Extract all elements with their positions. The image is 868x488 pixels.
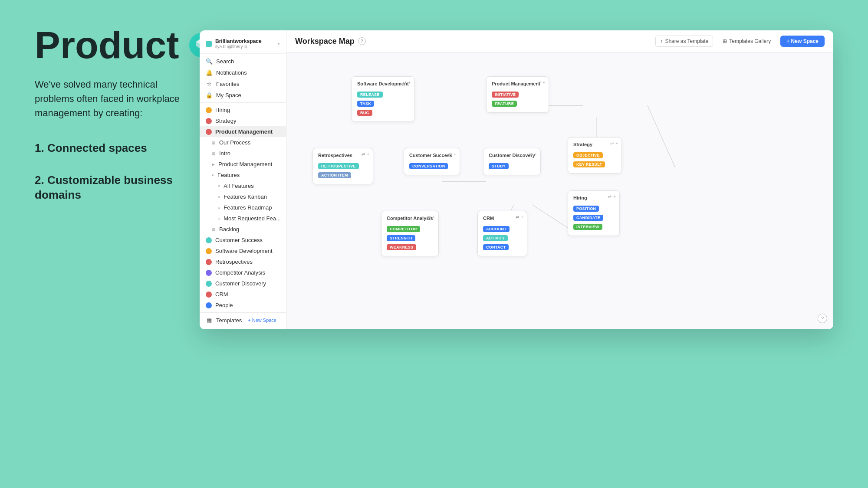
workspace-brand[interactable]: Brilliantworkspace ilya.bu@fibery.io ▾ [200,34,286,54]
bell-icon: 🔔 [206,69,213,76]
settings-icon-hiring[interactable]: ⇄ [608,194,612,199]
sd-title: Software Development [357,81,409,86]
add-icon-retro[interactable]: + [367,152,369,157]
space-card-competitor-analysis[interactable]: ⇄ + Competitor Analysis COMPETITOR STREN… [381,211,439,256]
space-card-controls-pm: ⇄ + [537,80,545,85]
sidebar-item-strategy[interactable]: Strategy [200,115,286,126]
add-icon-cd[interactable]: + [534,152,537,157]
space-card-strategy[interactable]: ⇄ + Strategy OBJECTIVE KEY RESULT [568,137,622,174]
intro-label: Intro [219,150,230,157]
hiring-label: Hiring [215,107,230,113]
star-icon: ☆ [206,80,213,87]
sidebar-crm[interactable]: CRM [200,289,286,300]
sidebar-item-hiring[interactable]: Hiring [200,105,286,115]
page-container: Product We've solved many technical prob… [0,0,868,488]
initiatives-label: Product Management [218,161,272,167]
svg-line-2 [648,105,675,168]
space-card-retro[interactable]: ⇄ + Retrospectives RETROSPECTIVE ACTION … [312,148,373,184]
share-label: Share as Template [665,38,708,44]
main-content: Workspace Map ? ↑ Share as Template ⊞ Te… [286,30,833,329]
sidebar-our-process[interactable]: ▦ Our Process [200,137,286,148]
retro-title: Retrospectives [318,153,368,158]
sidebar-competitor-analysis[interactable]: Competitor Analysis [200,267,286,278]
sidebar-backlog[interactable]: ▦ Backlog [200,224,286,235]
settings-icon-sd[interactable]: ⇄ [403,80,406,85]
customer-discovery-label: Customer Discovery [215,280,266,287]
study-badge: STUDY [489,163,509,169]
page-title-row: Workspace Map ? [295,37,366,46]
share-template-button[interactable]: ↑ Share as Template [655,36,713,47]
space-card-controls-strat: ⇄ + [610,141,618,146]
space-card-controls-ca: ⇄ + [427,215,435,219]
sidebar-search[interactable]: 🔍 Search [200,56,286,67]
people-color-dot [206,302,212,308]
sidebar-item-product-mgmt[interactable]: Product Management [200,126,286,137]
sidebar-notifications[interactable]: 🔔 Notifications [200,67,286,78]
sidebar-my-space[interactable]: 🔒 My Space [200,89,286,101]
sidebar-people[interactable]: People [200,300,286,311]
settings-icon-ca[interactable]: ⇄ [427,215,431,219]
sidebar-customer-discovery[interactable]: Customer Discovery [200,278,286,289]
account-badge: ACCOUNT [483,226,510,232]
map-help-icon[interactable]: ? [818,314,827,323]
settings-icon-pm[interactable]: ⇄ [537,80,541,85]
add-icon-cs[interactable]: + [454,152,456,157]
sidebar-intro[interactable]: ▦ Intro [200,148,286,159]
sidebar-all-features[interactable]: ≡ All Features [200,180,286,191]
add-icon-crm[interactable]: + [521,215,523,219]
feature1-heading: 1. Connected spaces [35,141,182,156]
sidebar-templates[interactable]: ▦ Templates + New Space [200,314,286,326]
share-icon: ↑ [660,38,663,44]
sidebar-features[interactable]: ▾ Features [200,170,286,180]
templates-gallery-button[interactable]: ⊞ Templates Gallery [718,36,775,46]
cs-title: Customer Success [409,153,454,158]
new-space-link[interactable]: + New Space [248,318,276,323]
settings-icon-cd[interactable]: ⇄ [529,152,533,157]
sidebar-software-dev[interactable]: Software Development [200,246,286,256]
settings-icon-strat[interactable]: ⇄ [610,141,614,146]
app-window: Brilliantworkspace ilya.bu@fibery.io ▾ 🔍… [200,30,833,329]
sidebar-most-requested[interactable]: ≡ Most Requested Fea... [200,213,286,224]
objective-badge: OBJECTIVE [573,152,603,158]
space-card-software-dev[interactable]: ⇄ + Software Development RELEASE TASK BU… [352,76,414,122]
add-icon-strat[interactable]: + [615,141,618,146]
add-icon-ca[interactable]: + [432,215,435,219]
gallery-icon: ⊞ [723,38,727,44]
search-label: Search [216,58,234,65]
space-card-customer-discovery[interactable]: ⇄ + Customer Discovery STUDY [483,148,541,175]
our-process-label: Our Process [219,139,250,146]
competitor-badge: COMPETITOR [387,226,420,232]
grid-icon: ▦ [212,141,216,145]
space-card-crm[interactable]: ⇄ + CRM ACCOUNT ACTIVITY CONTACT [477,211,527,256]
add-icon-pm[interactable]: + [542,80,545,85]
sidebar-features-roadmap[interactable]: ≡ Features Roadmap [200,202,286,213]
space-card-hiring[interactable]: ⇄ + Hiring POSITION CANDIDATE INTERVIEW [568,190,620,236]
app-body: Brilliantworkspace ilya.bu@fibery.io ▾ 🔍… [200,30,833,329]
arrow-right-icon: ▶ [212,162,215,167]
most-req-icon: ≡ [218,216,220,221]
sidebar-favorites[interactable]: ☆ Favorites [200,78,286,89]
settings-icon-retro[interactable]: ⇄ [362,152,365,157]
help-icon[interactable]: ? [358,37,366,45]
space-card-product-mgmt[interactable]: ⇄ + Product Management INITIATIVE FEATUR… [486,76,549,113]
space-card-controls-sd: ⇄ + [403,80,411,85]
sidebar-customer-success[interactable]: Customer Success [200,235,286,246]
header-actions: ↑ Share as Template ⊞ Templates Gallery … [655,36,825,47]
add-icon-hiring[interactable]: + [613,194,616,199]
space-card-controls-crm: ⇄ + [516,215,523,219]
sidebar-features-kanban[interactable]: ≡ Features Kanban [200,191,286,202]
settings-icon-cs[interactable]: ⇄ [448,152,452,157]
settings-icon-crm[interactable]: ⇄ [516,215,519,219]
brand-chevron: ▾ [278,42,280,46]
space-card-customer-success[interactable]: ⇄ + Customer Success CONVERSATION [404,148,460,175]
sidebar-initiatives[interactable]: ▶ Product Management [200,159,286,170]
new-space-button[interactable]: + New Space [780,36,825,47]
sidebar-retrospectives[interactable]: Retrospectives [200,256,286,267]
strength-badge: STRENGTH [387,235,415,241]
add-icon-sd[interactable]: + [408,80,411,85]
pm-title: Product Management [492,81,543,86]
brand-name: Brilliantworkspace [215,38,262,44]
my-space-label: My Space [216,92,241,98]
templates-label: Templates [216,317,242,324]
lock-icon: 🔒 [206,92,213,98]
